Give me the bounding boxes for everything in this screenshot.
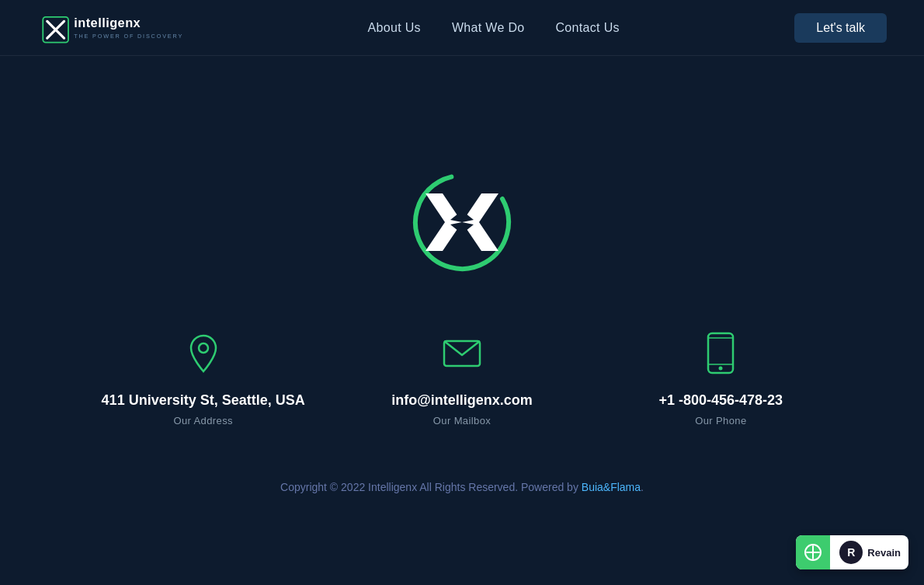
svg-text:THE POWER OF DISCOVERY: THE POWER OF DISCOVERY xyxy=(74,33,183,40)
nav-item-about[interactable]: About Us xyxy=(368,21,421,35)
svg-marker-6 xyxy=(426,193,462,251)
copyright-suffix: . xyxy=(641,481,644,493)
nav-item-what[interactable]: What We Do xyxy=(452,21,525,35)
lets-talk-button[interactable]: Let's talk xyxy=(794,13,887,43)
phone-label: Our Phone xyxy=(695,415,746,427)
svg-text:intelligenx: intelligenx xyxy=(74,15,141,29)
revain-label: Revain xyxy=(867,547,901,559)
copyright: Copyright © 2022 Intelligenx All Rights … xyxy=(280,481,644,493)
revain-r-icon: R xyxy=(839,541,863,564)
nav-link-contact[interactable]: Contact Us xyxy=(556,21,620,34)
revain-widget[interactable]: R Revain xyxy=(796,535,908,569)
email-label: Our Mailbox xyxy=(433,415,491,427)
nav-link-about[interactable]: About Us xyxy=(368,21,421,34)
svg-point-13 xyxy=(719,367,723,371)
nav-links: About Us What We Do Contact Us xyxy=(368,21,620,35)
navbar: intelligenx THE POWER OF DISCOVERY About… xyxy=(0,0,924,56)
powered-by-link[interactable]: Buia&Flama xyxy=(582,481,641,493)
email-icon xyxy=(439,330,485,377)
revain-logo-area: R Revain xyxy=(836,541,908,564)
address-value: 411 University St, Seattle, USA xyxy=(102,392,305,409)
nav-item-contact[interactable]: Contact Us xyxy=(556,21,620,35)
email-card: info@intelligenx.com Our Mailbox xyxy=(332,330,591,427)
copyright-text: Copyright © 2022 Intelligenx All Rights … xyxy=(280,481,578,493)
revain-green-icon xyxy=(796,535,830,569)
phone-icon xyxy=(697,330,744,377)
email-value: info@intelligenx.com xyxy=(391,392,533,409)
address-label: Our Address xyxy=(173,415,233,427)
nav-link-what[interactable]: What We Do xyxy=(452,21,525,34)
phone-card: +1 -800-456-478-23 Our Phone xyxy=(592,330,850,427)
main-content: 411 University St, Seattle, USA Our Addr… xyxy=(0,56,924,585)
svg-point-10 xyxy=(199,343,208,353)
logo[interactable]: intelligenx THE POWER OF DISCOVERY xyxy=(37,9,193,47)
contact-row: 411 University St, Seattle, USA Our Addr… xyxy=(74,330,850,427)
svg-marker-7 xyxy=(462,193,498,251)
center-logo xyxy=(404,164,520,284)
location-icon xyxy=(180,330,227,377)
phone-value: +1 -800-456-478-23 xyxy=(659,392,783,409)
address-card: 411 University St, Seattle, USA Our Addr… xyxy=(74,330,332,427)
